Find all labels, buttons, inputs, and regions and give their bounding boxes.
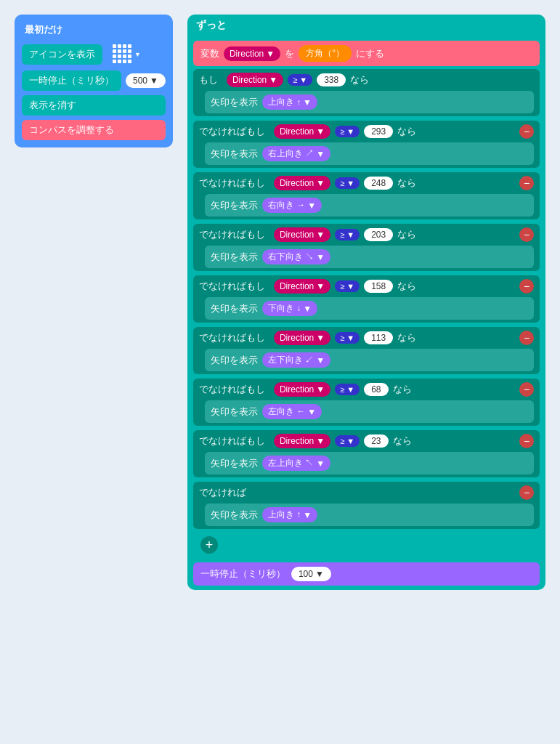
direction-dropdown-0[interactable]: Direction ▼ <box>227 73 283 87</box>
wait-value-right[interactable]: 100 ▼ <box>291 567 331 581</box>
elseif-row-4: でなければもし Direction ▼ ≥ ▼ 158 なら − <box>193 275 540 297</box>
arrow-dd-icon-6: ▼ <box>307 407 316 417</box>
elseif-block-4: でなければもし Direction ▼ ≥ ▼ 158 なら − 矢印を表示 下… <box>193 275 540 323</box>
direction-dropdown-4[interactable]: Direction ▼ <box>274 279 330 294</box>
left-panel: 最初だけ アイコンを表示 ▼ 一時停止（ミリ秒） 500 ▼ <box>15 15 173 147</box>
value-pill-0[interactable]: 338 <box>317 73 346 86</box>
right-panel: ずっと 変数 Direction ▼ を 方角（°） にする もし <box>187 15 545 590</box>
elseif-block-1: でなければもし Direction ▼ ≥ ▼ 293 なら − 矢印を表示 右… <box>193 121 540 168</box>
arrow-dd-icon-4: ▼ <box>303 304 312 314</box>
direction-dropdown-6[interactable]: Direction ▼ <box>274 382 330 397</box>
remove-button-6[interactable]: − <box>519 382 534 397</box>
op-dropdown-4[interactable]: ≥ ▼ <box>335 280 360 292</box>
arrow-dd-icon-0: ▼ <box>303 97 312 108</box>
op-dropdown-5[interactable]: ≥ ▼ <box>335 332 360 344</box>
var-dropdown-arrow-icon: ▼ <box>266 49 275 59</box>
arrow-direction-dropdown-4[interactable]: 下向き ↓ ▼ <box>262 301 317 316</box>
op-dropdown-6[interactable]: ≥ ▼ <box>335 384 360 395</box>
elseif-block-7: でなければもし Direction ▼ ≥ ▼ 23 なら − 矢印を表示 左上… <box>193 430 540 477</box>
value-pill-5[interactable]: 113 <box>364 331 393 344</box>
if-body-3: 矢印を表示 右下向き ↘ ▼ <box>205 246 534 268</box>
value-pill-4[interactable]: 158 <box>364 280 393 293</box>
arrow-direction-dropdown-3[interactable]: 右下向き ↘ ▼ <box>262 249 330 264</box>
value-pill-6[interactable]: 68 <box>364 383 388 396</box>
wait-block-right[interactable]: 一時停止（ミリ秒） 100 ▼ <box>193 562 540 586</box>
elseif-row-6: でなければもし Direction ▼ ≥ ▼ 68 なら − <box>193 379 540 400</box>
remove-button-7[interactable]: − <box>519 434 534 448</box>
left-panel-title: 最初だけ <box>22 22 166 38</box>
direction-arrow-icon-0: ▼ <box>269 75 277 85</box>
arrow-direction-dropdown-5[interactable]: 左下向き ↙ ▼ <box>262 352 330 368</box>
compass-block[interactable]: コンパスを調整する <box>22 120 166 140</box>
value-pill-1[interactable]: 293 <box>364 125 393 138</box>
direction-arrow-icon-2: ▼ <box>316 178 325 188</box>
elseif-label-6: でなければもし <box>199 383 265 396</box>
if-body-2: 矢印を表示 右向き → ▼ <box>205 194 534 217</box>
op-dropdown-7[interactable]: ≥ ▼ <box>335 435 360 447</box>
sensor-type-dropdown[interactable]: 方角（°） <box>299 45 352 62</box>
add-branch-row: + <box>193 533 540 557</box>
if-body-1: 矢印を表示 右上向き ↗ ▼ <box>205 142 534 165</box>
direction-arrow-icon-5: ▼ <box>316 333 325 343</box>
value-pill-2[interactable]: 248 <box>364 177 393 190</box>
direction-dropdown-7[interactable]: Direction ▼ <box>274 434 330 448</box>
direction-dropdown-5[interactable]: Direction ▼ <box>274 331 330 345</box>
show-arrow-label-0: 矢印を表示 <box>211 96 258 109</box>
remove-button-4[interactable]: − <box>519 279 534 294</box>
direction-arrow-icon-3: ▼ <box>316 230 325 240</box>
elseif-label-2: でなければもし <box>199 177 265 190</box>
arrow-direction-dropdown-2[interactable]: 右向き → ▼ <box>262 198 322 213</box>
elseif-block-5: でなければもし Direction ▼ ≥ ▼ 113 なら − 矢印を表示 左… <box>193 327 540 374</box>
show-icon-block[interactable]: アイコンを表示 <box>22 44 102 65</box>
op-dropdown-1[interactable]: ≥ ▼ <box>335 126 360 137</box>
wait-block-left[interactable]: 一時停止（ミリ秒） <box>22 70 121 91</box>
op-dropdown-0[interactable]: ≥ ▼ <box>288 74 312 86</box>
elseif-row-2: でなければもし Direction ▼ ≥ ▼ 248 なら − <box>193 172 540 194</box>
value-pill-3[interactable]: 203 <box>364 228 393 241</box>
direction-arrow-icon-6: ▼ <box>316 384 325 395</box>
elseif-row-7: でなければもし Direction ▼ ≥ ▼ 23 なら − <box>193 430 540 452</box>
remove-button-2[interactable]: − <box>519 176 534 190</box>
elseif-label-5: でなければもし <box>199 331 265 344</box>
if-body-7: 矢印を表示 左上向き ↖ ▼ <box>205 452 534 474</box>
arrow-direction-dropdown-else[interactable]: 上向き ↑ ▼ <box>262 507 317 522</box>
arrow-dd-icon-2: ▼ <box>307 201 316 211</box>
up-icon-0: ↑ <box>296 97 301 108</box>
direction-dropdown-3[interactable]: Direction ▼ <box>274 227 330 242</box>
arrow-dd-icon-1: ▼ <box>316 149 325 159</box>
remove-button-3[interactable]: − <box>519 227 534 242</box>
set-var-block[interactable]: 変数 Direction ▼ を 方角（°） にする <box>193 41 540 66</box>
add-branch-button[interactable]: + <box>200 536 218 554</box>
arrow-direction-dropdown-7[interactable]: 左上向き ↖ ▼ <box>262 456 330 471</box>
arrow-direction-dropdown-0[interactable]: 上向き ↑ ▼ <box>262 94 317 110</box>
else-block: でなければ − 矢印を表示 上向き ↑ ▼ <box>193 482 540 529</box>
else-row: でなければ − <box>193 482 540 504</box>
elseif-label-4: でなければもし <box>199 280 265 293</box>
else-body: 矢印を表示 上向き ↑ ▼ <box>205 504 534 526</box>
if-body-0: 矢印を表示 上向き ↑ ▼ <box>205 91 534 113</box>
value-pill-7[interactable]: 23 <box>364 434 388 448</box>
workspace: 最初だけ アイコンを表示 ▼ 一時停止（ミリ秒） 500 ▼ <box>0 0 560 604</box>
var-name-dropdown[interactable]: Direction ▼ <box>224 46 280 61</box>
if-body-4: 矢印を表示 下向き ↓ ▼ <box>205 297 534 320</box>
icon-grid <box>113 44 132 64</box>
op-dropdown-3[interactable]: ≥ ▼ <box>335 229 360 240</box>
wait-value-left[interactable]: 500 ▼ <box>126 73 166 88</box>
show-icon-row: アイコンを表示 ▼ <box>22 42 166 66</box>
arrow-direction-dropdown-1[interactable]: 右上向き ↗ ▼ <box>262 146 330 161</box>
direction-dropdown-2[interactable]: Direction ▼ <box>274 176 330 190</box>
direction-arrow-icon-4: ▼ <box>316 281 325 291</box>
wait-dropdown-arrow-icon: ▼ <box>150 76 158 86</box>
if-body-5: 矢印を表示 左下向き ↙ ▼ <box>205 349 534 371</box>
remove-button-5[interactable]: − <box>519 331 534 345</box>
arrow-direction-dropdown-6[interactable]: 左向き ← ▼ <box>262 404 322 419</box>
hide-block[interactable]: 表示を消す <box>22 95 166 116</box>
remove-button-else[interactable]: − <box>519 485 534 500</box>
op-dropdown-2[interactable]: ≥ ▼ <box>335 177 360 189</box>
direction-dropdown-1[interactable]: Direction ▼ <box>274 124 330 139</box>
remove-button-1[interactable]: − <box>519 124 534 139</box>
direction-arrow-icon-7: ▼ <box>316 436 325 446</box>
forever-body: 変数 Direction ▼ を 方角（°） にする もし Direction … <box>187 36 545 590</box>
icon-picker-dropdown[interactable]: ▼ <box>107 42 147 66</box>
if-row-0: もし Direction ▼ ≥ ▼ 338 なら <box>193 69 540 91</box>
